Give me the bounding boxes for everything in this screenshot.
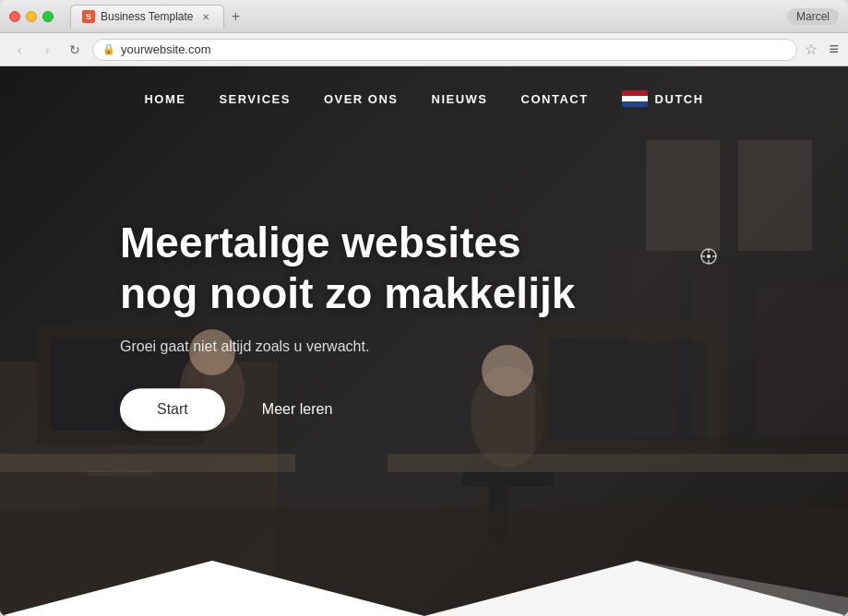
- svg-rect-16: [692, 269, 729, 435]
- tab-bar: S Business Template ✕ +: [70, 5, 780, 29]
- meer-leren-button[interactable]: Meer leren: [244, 388, 351, 431]
- svg-rect-15: [627, 251, 674, 435]
- url-bar[interactable]: 🔒 yourwebsite.com: [92, 39, 797, 61]
- svg-rect-10: [388, 454, 848, 472]
- svg-marker-28: [424, 561, 848, 616]
- lang-label: DUTCH: [655, 92, 704, 106]
- back-button[interactable]: ‹: [9, 40, 30, 60]
- language-selector[interactable]: DUTCH: [622, 90, 704, 107]
- website-content: HOME SERVICES OVER ONS NIEUWS CONTACT DU…: [0, 66, 848, 616]
- nav-nieuws[interactable]: NIEUWS: [432, 92, 488, 106]
- nav-links: HOME SERVICES OVER ONS NIEUWS CONTACT DU…: [144, 90, 703, 107]
- title-bar: S Business Template ✕ + Marcel: [0, 0, 848, 33]
- minimize-button[interactable]: [26, 11, 37, 22]
- forward-button[interactable]: ›: [37, 40, 57, 60]
- lock-icon: 🔒: [102, 43, 115, 55]
- bookmark-button[interactable]: ☆: [805, 41, 818, 58]
- traffic-lights: [9, 11, 54, 22]
- maximize-button[interactable]: [42, 11, 54, 22]
- nav-home[interactable]: HOME: [144, 92, 185, 106]
- url-text: yourwebsite.com: [121, 42, 211, 56]
- tab-title: Business Template: [101, 10, 194, 23]
- svg-rect-17: [757, 288, 848, 435]
- nav-over-ons[interactable]: OVER ONS: [324, 92, 399, 106]
- new-tab-button[interactable]: +: [228, 8, 245, 25]
- nl-flag-icon: [622, 90, 648, 107]
- browser-window: S Business Template ✕ + Marcel ‹ › ↻ 🔒 y…: [0, 0, 848, 616]
- svg-rect-18: [646, 140, 720, 251]
- svg-rect-19: [738, 140, 812, 251]
- hero-section: HOME SERVICES OVER ONS NIEUWS CONTACT DU…: [0, 66, 848, 616]
- start-button[interactable]: Start: [120, 388, 225, 431]
- tab-favicon: S: [82, 10, 95, 23]
- browser-menu-button[interactable]: ≡: [829, 40, 839, 59]
- flag-blue-stripe: [622, 101, 648, 107]
- hero-title-line1: Meertalige websites: [120, 219, 521, 267]
- main-nav: HOME SERVICES OVER ONS NIEUWS CONTACT DU…: [0, 66, 848, 131]
- hero-content: Meertalige websites nog nooit zo makkeli…: [120, 219, 575, 431]
- nav-contact[interactable]: CONTACT: [521, 92, 589, 106]
- zigzag-decoration: [0, 542, 848, 616]
- tab-close-button[interactable]: ✕: [199, 10, 212, 23]
- user-badge: Marcel: [787, 8, 839, 25]
- active-tab[interactable]: S Business Template ✕: [70, 5, 224, 29]
- hero-title-line2: nog nooit zo makkelijk: [120, 270, 575, 318]
- svg-rect-13: [461, 472, 554, 486]
- refresh-button[interactable]: ↻: [65, 40, 85, 60]
- svg-rect-7: [0, 454, 295, 472]
- hero-buttons: Start Meer leren: [120, 388, 575, 431]
- hero-subtitle: Groei gaat niet altijd zoals u verwacht.: [120, 338, 575, 355]
- close-button[interactable]: [9, 11, 20, 22]
- nav-services[interactable]: SERVICES: [219, 92, 291, 106]
- address-bar: ‹ › ↻ 🔒 yourwebsite.com ☆ ≡: [0, 33, 848, 66]
- hero-title: Meertalige websites nog nooit zo makkeli…: [120, 219, 575, 320]
